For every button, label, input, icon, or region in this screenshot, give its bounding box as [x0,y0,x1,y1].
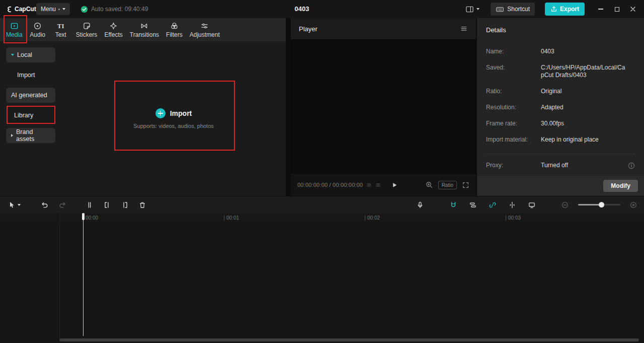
zoom-in-button[interactable] [627,199,640,211]
player-controls: 00:00:00:00 / 00:00:00:00 Ratio [291,174,476,196]
menu-button[interactable]: Menu [36,3,70,15]
audio-icon [33,22,42,30]
minimize-icon [598,9,603,10]
tab-filters[interactable]: Filters [163,20,186,40]
timeline-scrollbar[interactable] [59,338,639,341]
linkage-toggle[interactable] [486,199,499,211]
zoom-out-button[interactable] [558,199,572,211]
preview-axis-toggle[interactable] [506,199,519,211]
close-icon [630,6,636,12]
export-icon [550,6,557,13]
layout-panels-button[interactable] [465,5,479,14]
tab-text[interactable]: TI Text [50,20,72,40]
select-tool-button[interactable] [4,199,24,211]
media-icon [10,22,19,30]
info-icon[interactable] [628,162,635,169]
zoom-slider-handle[interactable] [599,202,604,208]
export-button[interactable]: Export [545,3,585,16]
chevron-down-icon [476,8,479,10]
main-track-magnet-toggle[interactable] [447,199,460,211]
details-value: 30.00fps [541,120,626,127]
timeline-tracks-area[interactable]: Drag material here and start to create [0,223,644,343]
autosave-text: Auto saved: 09:40:49 [91,6,148,13]
redo-icon [58,201,66,209]
import-button[interactable]: Import [155,108,192,118]
import-title: Import [170,109,192,117]
sidebar-item-library[interactable]: Library [6,108,55,123]
timeline-zoom-slider[interactable] [578,204,620,205]
player-title: Player [299,25,317,33]
chevron-down-icon [62,8,65,10]
details-footer: Modify [477,176,644,196]
asset-tabs: Media Audio TI Text Stickers Effects Tra… [0,18,286,41]
tab-label: Media [6,31,23,38]
export-label: Export [560,6,579,13]
details-row-name: Name: 0403 [486,48,635,55]
tab-effects[interactable]: Effects [101,20,125,40]
player-viewport [291,39,476,174]
redo-button[interactable] [56,199,69,211]
tab-label: Text [55,31,66,38]
tab-adjustment[interactable]: Adjustment [187,20,223,40]
details-value: 0403 [541,48,626,55]
text-icon: TI [57,22,64,30]
sidebar-item-label: AI generated [11,92,47,99]
tab-stickers[interactable]: Stickers [73,20,101,40]
details-value: Turned off [541,162,626,169]
sidebar-item-import[interactable]: Import [6,67,55,83]
sidebar-item-brand-assets[interactable]: Brand assets [6,128,55,143]
zoom-fit-icon[interactable] [425,181,433,189]
ruler-tick: 00:02 [365,215,380,221]
zoom-in-icon [629,201,637,209]
timeline-tools-right [414,199,640,211]
delete-button[interactable] [136,199,149,211]
undo-button[interactable] [38,199,51,211]
ruler-tick: 00:00 [83,215,98,221]
fullscreen-icon[interactable] [462,181,469,189]
tab-label: Adjustment [190,31,220,38]
shortcut-button[interactable]: Shortcut [491,3,535,16]
close-button[interactable] [625,0,641,18]
sidebar-item-label: Import [17,72,35,79]
render-preview-toggle[interactable] [525,199,538,211]
import-dropzone[interactable]: Import Supports: videos, audios, photos [61,41,286,196]
shortcut-label: Shortcut [507,6,530,13]
details-label: Proxy: [486,162,541,169]
split-button[interactable] [83,199,96,211]
timeline-toolbar [0,196,644,213]
tab-media[interactable]: Media [3,20,26,40]
tab-label: Effects [104,31,122,38]
titlebar-right: Shortcut Export [465,0,644,18]
maximize-button[interactable] [609,0,625,18]
tab-label: Audio [30,31,45,38]
player-header: Player [291,18,476,39]
delete-left-button[interactable] [101,199,114,211]
sticker-icon [83,22,91,30]
sidebar-item-local[interactable]: Local [6,47,55,62]
player-menu-icon[interactable] [460,25,468,33]
timeline-ruler[interactable]: 00:00 00:01 00:02 00:03 [0,213,644,223]
auto-snap-toggle[interactable] [466,199,479,211]
playhead[interactable] [83,213,84,336]
tab-transitions[interactable]: Transitions [127,20,162,40]
link-icon [489,201,497,209]
ruler-tick: 00:03 [506,215,521,221]
details-divider [486,154,635,154]
details-row-resolution: Resolution: Adapted [486,104,635,111]
expand-caret-icon [11,134,13,137]
modify-button[interactable]: Modify [603,180,638,192]
play-button[interactable] [391,181,398,189]
delete-right-button[interactable] [118,199,131,211]
timecode: 00:00:00:00 / 00:00:00:00 [297,182,363,188]
import-plus-icon [155,108,166,118]
app-name: CapCut [15,6,36,13]
details-label: Frame rate: [486,120,541,127]
adjustment-icon [200,22,209,30]
details-row-frame-rate: Frame rate: 30.00fps [486,120,635,127]
tab-audio[interactable]: Audio [27,20,49,40]
timeline-tools-left [4,199,149,211]
ratio-button[interactable]: Ratio [438,181,457,189]
record-voiceover-button[interactable] [414,199,427,211]
sidebar-item-ai-generated[interactable]: AI generated [6,88,55,103]
minimize-button[interactable] [593,0,609,18]
